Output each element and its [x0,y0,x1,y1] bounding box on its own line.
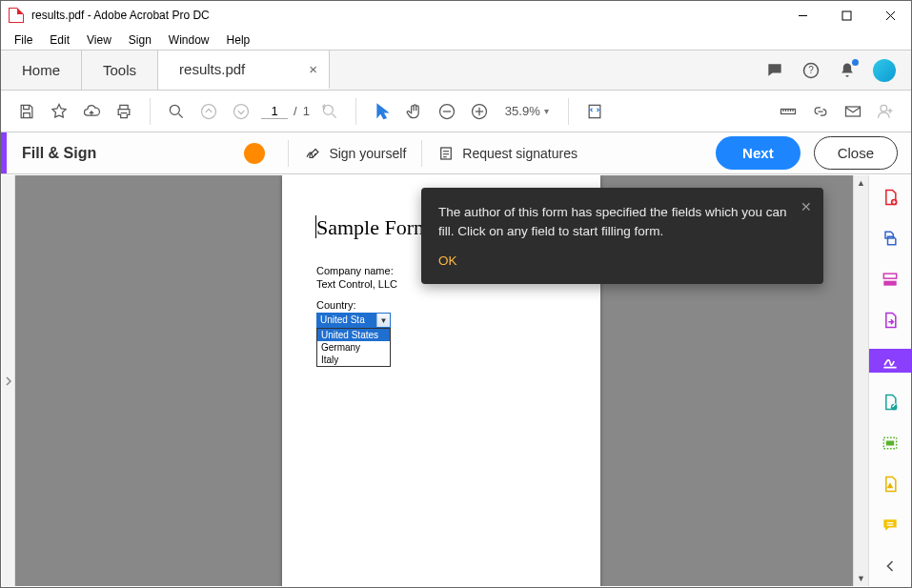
svg-point-6 [170,105,179,114]
menu-view[interactable]: View [79,31,119,49]
tool-create-pdf[interactable] [869,185,911,209]
hand-pan-icon[interactable] [402,99,427,124]
request-signatures-icon [437,145,455,162]
window-minimize-button[interactable] [789,5,816,26]
svg-rect-24 [883,280,896,285]
measure-icon[interactable] [776,99,801,124]
main-toolbar: / 1 35.9% [1,91,911,132]
window-maximize-button[interactable] [833,5,860,26]
cloud-upload-icon[interactable] [79,99,104,124]
country-option-italy[interactable]: Italy [317,354,390,366]
chevron-down-icon[interactable]: ▼ [376,314,390,327]
country-dropdown-list: United States Germany Italy [316,328,391,367]
tool-comment[interactable] [869,514,911,537]
sign-yourself-button[interactable]: Sign yourself [298,145,412,162]
zoom-level-value: 35.9% [505,104,540,118]
svg-rect-27 [885,441,893,446]
window-close-button[interactable] [877,5,903,26]
country-option-germany[interactable]: Germany [317,341,390,354]
svg-text:?: ? [808,65,814,75]
menu-help[interactable]: Help [219,31,258,49]
window-titlebar: results.pdf - Adobe Acrobat Pro DC [1,1,911,30]
page-down-icon[interactable] [229,99,253,124]
selection-arrow-icon[interactable] [370,99,395,124]
email-icon[interactable] [841,99,865,124]
scroll-down-icon[interactable]: ▼ [854,571,868,586]
tool-fill-sign[interactable] [869,349,911,373]
form-info-toast: ✕ The author of this form has specified … [421,188,823,284]
page-total: 1 [303,104,310,118]
country-selected: United Sta [317,314,376,327]
company-label: Company name: [316,265,394,276]
signature-icon [304,145,321,162]
svg-line-7 [179,113,183,117]
country-label: Country: [316,299,356,311]
rail-expand-icon[interactable] [869,555,911,578]
tool-redact[interactable] [869,432,911,456]
svg-rect-1 [842,11,851,20]
country-option-united-states[interactable]: United States [317,329,390,341]
print-icon[interactable] [111,99,136,124]
star-icon[interactable] [47,99,71,124]
tab-home[interactable]: Home [1,51,82,90]
save-icon[interactable] [14,99,39,124]
fit-page-icon[interactable] [582,99,607,124]
right-tool-rail [868,175,910,586]
menu-sign[interactable]: Sign [121,31,159,49]
tab-current-document[interactable]: results.pdf × [158,51,330,90]
toast-close-icon[interactable]: ✕ [801,197,812,216]
tab-tools[interactable]: Tools [82,51,158,90]
window-title: results.pdf - Adobe Acrobat Pro DC [31,9,789,22]
svg-rect-19 [846,107,861,116]
fill-sign-title: Fill & Sign [7,145,111,162]
svg-rect-17 [589,105,600,117]
tool-protect[interactable] [869,473,911,497]
tab-close-icon[interactable]: × [309,61,317,77]
tool-organize[interactable] [869,390,911,414]
menu-file[interactable]: File [7,31,40,49]
sign-yourself-label: Sign yourself [329,146,406,161]
help-icon[interactable]: ? [801,60,821,81]
notification-dot-icon [852,59,859,66]
request-signatures-label: Request signatures [462,146,578,161]
link-icon[interactable] [808,99,833,124]
share-user-icon[interactable] [873,99,898,124]
page-indicator: / 1 [261,104,310,119]
tab-current-label: results.pdf [179,61,245,77]
menu-bar: File Edit View Sign Window Help [1,30,911,51]
company-value: Text Control, LLC [316,278,397,290]
comments-icon[interactable] [764,60,785,81]
svg-point-10 [323,105,333,114]
svg-point-9 [234,104,249,118]
tool-export-pdf[interactable] [869,308,911,332]
document-heading: Sample Forn [316,215,424,240]
zoom-out-icon[interactable] [435,99,459,124]
toast-ok-button[interactable]: OK [438,252,457,271]
zoom-in-icon[interactable] [467,99,492,124]
page-up-icon[interactable] [196,99,221,124]
notifications-icon[interactable] [837,60,858,81]
document-tabs: Home Tools results.pdf × ? [1,51,911,91]
tool-edit-pdf[interactable] [869,267,911,291]
request-signatures-button[interactable]: Request signatures [432,145,583,162]
account-avatar[interactable] [873,59,896,82]
svg-rect-23 [883,274,896,278]
menu-window[interactable]: Window [161,31,217,49]
zoom-level-dropdown[interactable]: 35.9% [505,104,549,118]
menu-edit[interactable]: Edit [42,31,77,49]
next-button[interactable]: Next [716,136,801,170]
close-button[interactable]: Close [814,136,898,170]
page-current-input[interactable] [261,104,288,119]
find-icon[interactable] [164,99,189,124]
country-combobox[interactable]: United Sta ▼ [316,313,391,328]
toast-message: The author of this form has specified th… [438,203,789,240]
zoom-reset-icon[interactable] [317,99,342,124]
svg-point-8 [202,104,216,118]
scroll-up-icon[interactable]: ▲ [854,175,868,191]
tool-combine[interactable] [869,226,911,250]
signer-color-dot[interactable] [244,143,265,164]
vertical-scrollbar[interactable]: ▲ ▼ [853,175,868,586]
left-panel-expand[interactable] [2,175,15,586]
fill-sign-bar: Fill & Sign Sign yourself Request signat… [1,132,911,174]
page-sep: / [294,104,297,118]
